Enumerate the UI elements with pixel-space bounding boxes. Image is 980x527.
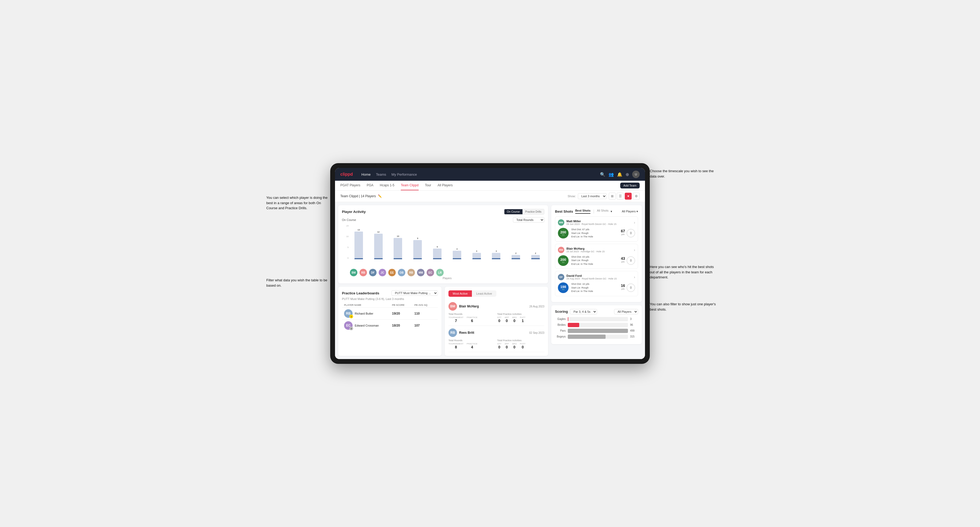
bar-7[interactable]	[492, 253, 500, 259]
activity-name-1: Blair McHarg	[459, 305, 479, 308]
activity-rounds-section-1: Total Rounds Tournament 7 Practice	[449, 313, 496, 323]
all-players-dropdown[interactable]: All Players ▾	[622, 210, 638, 213]
edit-icon[interactable]: ✏️	[378, 194, 382, 198]
scoring-bar-wrap-1	[568, 323, 628, 327]
activity-avatar-2: RB	[449, 329, 457, 337]
scoring-bar-2	[568, 329, 628, 333]
scoring-filter-select[interactable]: Par 3, 4 & 5s Par 3s only Par 4s only Pa…	[570, 309, 597, 314]
activity-practice-1: Practice 6	[466, 316, 477, 323]
lb-score-2: 18/20	[392, 324, 413, 327]
bar-6[interactable]	[473, 253, 481, 259]
y-axis-label: 0	[342, 257, 349, 259]
user-avatar[interactable]: U	[632, 171, 640, 178]
scoring-row-2: Pars499	[555, 329, 638, 333]
bar-group-0: 13	[350, 229, 368, 259]
nav-teams[interactable]: Teams	[376, 173, 386, 176]
chart-filter-select[interactable]: Total Rounds Fairways Hit GIR Putts per …	[513, 217, 544, 222]
bar-group-6: 3	[468, 250, 485, 259]
player-avatar-2[interactable]: DF	[369, 269, 377, 276]
sub-nav-hcaps[interactable]: Hcaps 1-5	[380, 181, 395, 190]
tablet-screen: clippd Home Teams My Performance 🔍 👥 🔔 ⊕…	[335, 168, 645, 359]
grid-view-btn[interactable]: ⊞	[609, 193, 616, 200]
least-active-btn[interactable]: Least Active	[472, 290, 496, 297]
timescale-select[interactable]: Last 3 months Last 6 months Last year Al…	[578, 193, 607, 199]
leaderboard-header: Practice Leaderboards PUTT Must Make Put…	[342, 290, 438, 296]
sub-nav-all-players[interactable]: All Players	[438, 181, 453, 190]
on-course-btn[interactable]: On Course	[504, 209, 522, 214]
player-avatar-7[interactable]: MM	[417, 269, 425, 276]
bar-group-7: 3	[488, 250, 505, 259]
shots-dropdown[interactable]: ▾	[611, 210, 612, 213]
activity-stats-grid-2: Total Rounds Tournament 8 Practice	[449, 339, 544, 349]
bar-9[interactable]	[531, 255, 540, 259]
player-avatar-9[interactable]: LR	[436, 269, 444, 276]
shot-card-3[interactable]: DF David Ford 24 Aug 2023 · Royal North …	[555, 271, 638, 296]
plus-circle-icon[interactable]: ⊕	[625, 172, 629, 177]
bar-2[interactable]	[394, 238, 402, 259]
shot-detail-2: Shot Dist: 43 yds Start Lie: Rough End L…	[571, 255, 618, 266]
shot-stats-2: 200 SG Shot Dist: 43 yds Start Lie: Roug…	[558, 255, 635, 266]
search-icon[interactable]: 🔍	[600, 172, 605, 177]
shot-card-header-3: DF David Ford 24 Aug 2023 · Royal North …	[558, 274, 635, 280]
player-avatar-4[interactable]: EE	[388, 269, 396, 276]
scoring-players-select[interactable]: All Players	[614, 309, 638, 314]
most-active-btn[interactable]: Most Active	[449, 290, 472, 297]
sub-nav-pgat[interactable]: PGAT Players	[340, 181, 360, 190]
team-header: Team Clippd | 14 Players ✏️ Show: Last 3…	[335, 190, 645, 202]
bar-5[interactable]	[453, 251, 461, 259]
bar-1[interactable]	[374, 234, 383, 259]
stat-unit-2a: yds	[621, 260, 625, 263]
shot-avatar-1: MM	[558, 219, 564, 226]
gtt-label-1: GTT	[497, 316, 501, 319]
shot-card-1[interactable]: MM Matt Miller 09 Jun 2023 · Royal North…	[555, 216, 638, 242]
sub-nav-tour[interactable]: Tour	[425, 181, 431, 190]
leaderboard-title: Practice Leaderboards	[342, 291, 379, 295]
list-view-btn[interactable]: ☰	[617, 193, 624, 200]
scoring-val-2: 499	[630, 329, 638, 332]
player-avatar-3[interactable]: JC	[379, 269, 386, 276]
best-shots-tab[interactable]: Best Shots	[575, 209, 590, 214]
player-avatar-0[interactable]: BM	[350, 269, 357, 276]
bar-4[interactable]	[433, 249, 442, 259]
lb-row-1[interactable]: RB 1 Richard Butler 19/20 110	[342, 307, 438, 319]
shot-chevron-3[interactable]: ›	[634, 275, 635, 279]
practice-drills-btn[interactable]: Practice Drills	[522, 209, 544, 214]
bar-value-6: 3	[476, 250, 477, 252]
activity-rounds-label-1: Total Rounds	[449, 313, 496, 316]
bar-group-9: 2	[527, 252, 544, 259]
settings-view-btn[interactable]: ⚙	[633, 193, 640, 200]
nav-my-performance[interactable]: My Performance	[391, 173, 417, 176]
most-active-panel: Most Active Least Active BM Blair McHarg…	[445, 287, 548, 356]
lb-row-2[interactable]: EC 2 Edward Crossman 18/20 107	[342, 319, 438, 332]
people-icon[interactable]: 👥	[609, 172, 614, 177]
bar-8[interactable]	[512, 255, 520, 259]
bar-chart-area: 0510151312109543322	[342, 225, 544, 267]
player-avatar-5[interactable]: OB	[398, 269, 405, 276]
bell-icon[interactable]: 🔔	[617, 172, 622, 177]
nav-icons: 🔍 👥 🔔 ⊕ U	[600, 171, 640, 178]
bottom-panels-row: Practice Leaderboards PUTT Must Make Put…	[338, 287, 548, 356]
bar-0[interactable]	[355, 232, 363, 259]
heart-view-btn[interactable]: ♥	[625, 193, 632, 200]
player-avatar-1[interactable]: RB	[360, 269, 367, 276]
player-avatar-8[interactable]: EC	[426, 269, 434, 276]
activity-rounds-label-2: Total Rounds	[449, 339, 496, 342]
nav-links: Home Teams My Performance	[361, 173, 593, 176]
lb-player-info-1: RB 1 Richard Butler	[344, 309, 391, 318]
shot-chevron-1[interactable]: ›	[634, 221, 635, 225]
shot-card-2[interactable]: BM Blair McHarg 23 Jul 2023 · Ashridge G…	[555, 244, 638, 269]
gtt-val-1: 0	[497, 319, 501, 323]
add-team-button[interactable]: Add Team	[620, 183, 640, 189]
shot-chevron-2[interactable]: ›	[634, 248, 635, 252]
leaderboard-drill-select[interactable]: PUTT Must Make Putting ...	[391, 290, 438, 296]
player-avatar-6[interactable]: RB	[407, 269, 415, 276]
nav-home[interactable]: Home	[361, 173, 371, 176]
all-shots-tab[interactable]: All Shots	[597, 209, 609, 214]
bar-3[interactable]	[413, 240, 422, 259]
lb-score-1: 19/20	[392, 312, 413, 316]
shot-badge-2: 200 SG	[558, 255, 568, 266]
arg-label-1: ARG	[512, 316, 517, 319]
sub-nav-team-clippd[interactable]: Team Clippd	[401, 181, 418, 190]
activity-toggle: Most Active Least Active	[449, 290, 496, 297]
sub-nav-pga[interactable]: PGA	[367, 181, 373, 190]
